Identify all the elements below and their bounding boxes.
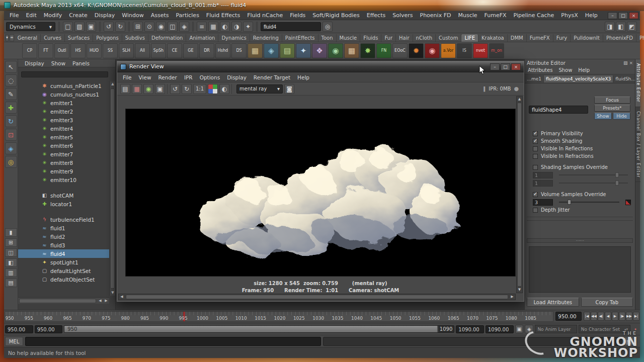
outliner-item-emitter6[interactable]: ✳emitter6 bbox=[18, 141, 109, 150]
shelf-tab-physx[interactable]: PhysX bbox=[636, 34, 644, 42]
outliner-menu-show[interactable]: Show bbox=[48, 60, 69, 66]
outliner-item-emitter9[interactable]: ✳emitter9 bbox=[18, 167, 109, 175]
shelf-icon-hs[interactable]: HS bbox=[70, 43, 86, 58]
shelf-icon-nvet[interactable]: nvet bbox=[473, 43, 488, 58]
shelf-tab-surfaces[interactable]: Surfaces bbox=[65, 34, 93, 42]
menu-file[interactable]: File bbox=[6, 11, 22, 20]
go-to-start-button[interactable]: |◀ bbox=[584, 312, 590, 321]
shelf-icon-ge[interactable]: GE bbox=[183, 43, 198, 58]
outliner-item-shotcam[interactable]: ◧shotCAM bbox=[18, 191, 109, 200]
side-tab-attribute-editor[interactable]: Attribute Editor bbox=[635, 59, 640, 107]
show-button[interactable]: Show bbox=[594, 113, 612, 120]
menu-fumefx[interactable]: FumeFX bbox=[481, 11, 510, 20]
shelf-tab-fumefx[interactable]: FumeFX bbox=[527, 34, 553, 42]
outliner-item-emitter8[interactable]: ✳emitter8 bbox=[18, 158, 109, 167]
shelf-icon-spsh[interactable]: SpSh bbox=[151, 43, 166, 58]
rotate-tool-icon[interactable]: ↻ bbox=[5, 115, 17, 127]
renderer-selector[interactable]: mental ray ▾ bbox=[236, 84, 283, 94]
command-result-area[interactable] bbox=[323, 337, 622, 346]
shelf-icon-huo[interactable]: HUO bbox=[87, 43, 102, 58]
ipr-render-icon[interactable]: ◑ bbox=[231, 22, 242, 32]
toggle-tool-settings-icon[interactable]: ◧ bbox=[616, 22, 626, 32]
render-view-menu-render-target[interactable]: Render Target bbox=[250, 74, 294, 80]
outliner-item-emitter4[interactable]: ✳emitter4 bbox=[18, 124, 109, 133]
scroll-up-arrow-icon[interactable] bbox=[110, 81, 116, 87]
menu-window[interactable]: Window bbox=[118, 11, 147, 20]
slider-handle[interactable] bbox=[615, 172, 619, 177]
render-view-menu-options[interactable]: Options bbox=[196, 74, 224, 80]
shelf-icon-cp[interactable]: CP bbox=[22, 43, 37, 58]
shelf-tab-toon[interactable]: Toon bbox=[318, 34, 337, 42]
shelf-tab-life[interactable]: LIFE bbox=[461, 34, 478, 42]
main-close-button[interactable]: × bbox=[629, 12, 638, 19]
shelf-tab-fury[interactable]: Fury bbox=[553, 34, 571, 42]
shelf-tab-dmm[interactable]: DMM bbox=[508, 34, 527, 42]
shelf-tab-muscle[interactable]: Muscle bbox=[337, 34, 361, 42]
shelf-icon-ft[interactable]: FT bbox=[38, 43, 53, 58]
render-view-restore-button[interactable]: □ bbox=[501, 63, 510, 70]
slider-track[interactable] bbox=[559, 174, 628, 175]
render-current-frame-icon[interactable]: ◐ bbox=[220, 22, 230, 32]
menu-solvers[interactable]: Solvers bbox=[389, 11, 416, 20]
menu-phoenix-fd[interactable]: Phoenix FD bbox=[417, 11, 455, 20]
range-slider-track[interactable]: 950 1090 bbox=[64, 325, 454, 333]
checkbox-primary-visibility[interactable] bbox=[533, 131, 538, 136]
outliner-item-defaultlightset[interactable]: ▢defaultLightSet bbox=[18, 266, 109, 275]
ipr-render-icon[interactable]: ◉ bbox=[143, 84, 153, 94]
open-image-icon[interactable]: ▤ bbox=[120, 84, 130, 94]
outliner-item-locator1[interactable]: ✚locator1 bbox=[18, 200, 109, 208]
shelf-icon-eooc[interactable]: EOoC bbox=[392, 43, 408, 58]
menu-fluid-ncache[interactable]: Fluid nCache bbox=[244, 11, 286, 20]
outliner-item-fluid2[interactable]: ≈fluid2 bbox=[18, 232, 109, 241]
shelf-icon-fn[interactable]: FN bbox=[376, 43, 391, 58]
hide-button[interactable]: Hide bbox=[613, 113, 630, 120]
step-back-key-button[interactable]: ◀| bbox=[598, 312, 604, 321]
select-by-name-icon[interactable]: ◎ bbox=[323, 22, 333, 32]
snapshot-icon[interactable]: ▣ bbox=[155, 84, 165, 94]
outliner-item-emitter7[interactable]: ✳emitter7 bbox=[18, 150, 109, 158]
display-alpha-icon[interactable]: ◐ bbox=[219, 84, 229, 94]
node-name-field[interactable]: fluidShape4 bbox=[529, 106, 588, 114]
new-scene-icon[interactable]: □ bbox=[63, 22, 73, 32]
value-field[interactable]: 3 bbox=[533, 199, 553, 206]
outliner-item-emitter2[interactable]: ✳emitter2 bbox=[18, 107, 109, 116]
shelf-icon-sphere[interactable]: ◉ bbox=[328, 43, 343, 58]
window-titlebar[interactable]: Autodesk Maya 2013 x64: K:\GNOMON\scenes… bbox=[0, 0, 644, 11]
shelf-icon-hshd[interactable]: Hshd bbox=[215, 43, 230, 58]
shelf-icon-ce[interactable]: CE bbox=[167, 43, 182, 58]
shelf-icon-gems[interactable]: ❖ bbox=[312, 43, 327, 58]
attribute-editor-tab-fluidsh[interactable]: fluidSh… bbox=[613, 75, 635, 82]
shelf-icon-is[interactable]: IS bbox=[457, 43, 472, 58]
outliner-item-cumulus-nucleus1[interactable]: ◉cumulus_nucleus1 bbox=[18, 90, 109, 99]
outliner-item-spotlight1[interactable]: ✦spotLight1 bbox=[18, 258, 109, 266]
shelf-icon-crystal[interactable]: ◈ bbox=[264, 43, 279, 58]
select-tool-icon[interactable]: ↖ bbox=[5, 61, 17, 73]
scroll-left-arrow-icon[interactable] bbox=[97, 298, 103, 304]
construction-history-icon[interactable]: ≡ bbox=[197, 22, 207, 32]
shelf-icon-ds[interactable]: DS bbox=[231, 43, 247, 58]
scroll-left-arrow-icon[interactable] bbox=[119, 294, 125, 300]
copy-tab-button[interactable]: Copy Tab bbox=[581, 298, 633, 307]
snap-to-plane-icon[interactable]: ◫ bbox=[168, 22, 178, 32]
menu-assets[interactable]: Assets bbox=[147, 11, 173, 20]
scrollbar-thumb[interactable] bbox=[19, 299, 96, 303]
set-key-icon[interactable]: ⬩ bbox=[632, 325, 639, 333]
play-backwards-button[interactable]: ◀ bbox=[605, 312, 611, 321]
shelf-tab-dynamics[interactable]: Dynamics bbox=[218, 34, 250, 42]
shelf-icon-outl[interactable]: Outl bbox=[54, 43, 69, 58]
snap-to-grid-icon[interactable]: ⊞ bbox=[133, 22, 143, 32]
render-view-menu-file[interactable]: File bbox=[119, 74, 135, 80]
render-view-titlebar[interactable]: Render View –□× bbox=[117, 61, 524, 72]
attribute-editor-tab-me1[interactable]: …me1 bbox=[525, 75, 544, 82]
slider-track[interactable] bbox=[559, 202, 619, 203]
shelf-tab-krakatoa[interactable]: Krakatoa bbox=[478, 34, 508, 42]
pane-splitter-handle[interactable]: ⋯⋯ bbox=[527, 238, 633, 243]
outliner-menu-display[interactable]: Display bbox=[21, 60, 48, 66]
rendered-image-area[interactable] bbox=[125, 109, 516, 277]
render-view-menu-help[interactable]: Help bbox=[294, 74, 313, 80]
shelf-icon-dr[interactable]: DR bbox=[199, 43, 214, 58]
snap-to-point-icon[interactable]: ◉ bbox=[156, 22, 166, 32]
shelf-icon-checker[interactable]: ▦ bbox=[344, 43, 359, 58]
checkbox-shading-samples-override[interactable] bbox=[533, 165, 538, 170]
universal-manipulator-icon[interactable]: ◈ bbox=[5, 142, 17, 154]
